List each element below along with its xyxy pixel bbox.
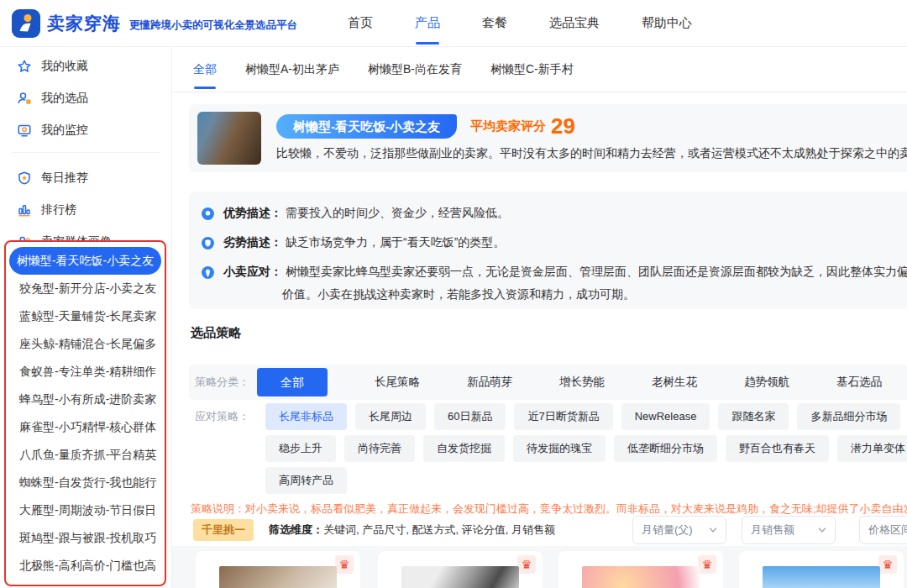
tactic-chip[interactable]: 待发掘的瑰宝 [513, 435, 606, 462]
seller-type-item[interactable]: 大雁型-周期波动-节日假日 [9, 496, 161, 524]
dreamcatcher-product-image [219, 566, 337, 588]
disadvantage-bullet-icon [201, 236, 215, 250]
strategy-category[interactable]: 基石选品 [836, 375, 882, 390]
response-text-line2: 价值。小卖在挑战这种卖家时，若能多投入资源和精力，成功可期。 [282, 287, 635, 302]
seller-type-item[interactable]: 蓝鲸型-天量铺货-长尾卖家 [9, 302, 161, 330]
tab-item[interactable]: 树懒型B-尚在发育 [368, 62, 462, 77]
product-card[interactable]: ♛ [558, 551, 723, 588]
tactic-chip[interactable]: 高周转产品 [265, 467, 347, 494]
seller-type-item[interactable]: 树懒型-看天吃饭-小卖之友 [9, 247, 161, 275]
tactic-chip[interactable]: NewRelease [621, 403, 710, 430]
tactic-chip[interactable]: 多新品细分市场 [797, 403, 900, 430]
user-box-icon [17, 91, 32, 106]
tactic-chip[interactable]: 长尾非标品 [265, 403, 347, 430]
filter-dims-values: 关键词, 产品尺寸, 配送方式, 评论分值, 月销售额 [323, 523, 555, 536]
page: 卖家穿海 更懂跨境小卖的可视化全景选品平台 首页产品套餐选品宝典帮助中心 我的收… [0, 0, 907, 588]
egg-toy-product-image [582, 566, 700, 588]
crown-icon: ♛ [698, 555, 716, 574]
tactic-chip[interactable]: 自发货挖掘 [423, 435, 505, 462]
strategy-note: 策略说明：对小卖来说，标品看似肥美，真正做起来，会发现门槛过高，竞争太过激烈。而… [191, 501, 907, 517]
tactic-chip[interactable]: 60日新品 [434, 403, 506, 430]
strategy-category[interactable]: 全部 [257, 368, 328, 396]
strategy-category[interactable]: 老树生花 [652, 375, 697, 390]
dropdown-monthly-revenue[interactable]: 月销售额 [742, 516, 836, 544]
dropdown-price-range[interactable]: 价格区间 [859, 516, 907, 544]
nav-item-help-center[interactable]: 帮助中心 [640, 10, 694, 36]
sidebar-divider [12, 152, 160, 153]
seller-type-item[interactable]: 麻雀型-小巧精悍-核心群体 [9, 413, 161, 441]
sidebar-item-my-selections[interactable]: 我的选品 [0, 82, 171, 114]
seller-type-item[interactable]: 食蚁兽-专注单类-精耕细作 [9, 358, 161, 386]
seller-type-group-highlight: 树懒型-看天吃饭-小卖之友狡兔型-新开分店-小卖之友蓝鲸型-天量铺货-长尾卖家座… [4, 240, 166, 586]
dropdown-value: 价格区间 [868, 522, 907, 538]
shield-icon [17, 171, 32, 186]
advantage-bullet-icon [201, 207, 215, 221]
one-in-thousand-badge: 千里挑一 [193, 519, 254, 541]
sidebar-top-group: 我的收藏我的选品我的监控 [0, 47, 171, 146]
tactic-chip[interactable]: 低垄断细分市场 [614, 435, 717, 462]
seller-type-item[interactable]: 北极熊-高利高价-门槛也高 [9, 552, 161, 580]
product-results-strip: ♛♛♛♛ [172, 546, 907, 588]
tactic-chip[interactable]: 长尾周边 [355, 403, 426, 430]
app-title: 卖家穿海 [47, 12, 121, 35]
tab-item[interactable]: 树懒型C-新手村 [490, 62, 574, 77]
strategy-category[interactable]: 增长势能 [559, 375, 605, 390]
seller-type-tabs: 全部树懒型A-初出茅庐树懒型B-尚在发育树懒型C-新手村 [172, 47, 907, 92]
strategy-category[interactable]: 趋势领航 [744, 375, 789, 390]
response-bullet-icon [201, 265, 215, 280]
score-label: 平均卖家评分 [470, 118, 546, 134]
bar-chart-icon [17, 202, 32, 218]
seller-type-badge: 树懒型-看天吃饭-小卖之友 [276, 114, 457, 139]
seller-type-item[interactable]: 蜂鸟型-小有所成-进阶卖家 [9, 386, 161, 413]
disadvantage-label: 劣势描述： [223, 235, 282, 250]
advantage-label: 优势描述： [223, 206, 282, 221]
product-card[interactable]: ♛ [196, 551, 360, 588]
seller-traits-card: 优势描述： 需要投入的时间少、资金少，经营风险低。 劣势描述： 缺乏市场竞争力，… [189, 192, 907, 309]
seller-type-item[interactable]: 蜘蛛型-自发货行-我也能行 [9, 469, 161, 496]
top-navbar: 卖家穿海 更懂跨境小卖的可视化全景选品平台 首页产品套餐选品宝典帮助中心 [0, 0, 907, 47]
seller-type-item[interactable]: 狡兔型-新开分店-小卖之友 [9, 275, 161, 302]
chevron-down-icon [709, 526, 717, 534]
crown-icon: ♛ [517, 555, 536, 574]
tactic-chip[interactable]: 野百合也有春天 [726, 435, 829, 462]
seller-profile-card: 树懒型-看天吃饭-小卖之友 平均卖家评分 29 比较懒，不爱动，泛指那些做副业的… [189, 104, 907, 172]
crown-icon: ♛ [878, 555, 897, 574]
foot-file-product-image [401, 566, 519, 588]
sidebar-item-label: 我的监控 [41, 123, 88, 138]
tactic-chip[interactable]: 尚待完善 [344, 435, 415, 462]
sidebar-item-label: 我的收藏 [41, 59, 88, 74]
seller-type-item[interactable]: 座头鲸-精铺混合-长尾偏多 [9, 330, 161, 358]
strategy-category[interactable]: 长尾策略 [375, 375, 420, 390]
nav-item-selection-guide[interactable]: 选品宝典 [548, 10, 601, 36]
filter-row: 千里挑一 筛选维度：关键词, 产品尺寸, 配送方式, 评论分值, 月销售额 [193, 519, 555, 541]
product-card[interactable]: ♛ [739, 551, 904, 588]
tactic-chip[interactable]: 跟随名家 [718, 403, 789, 430]
nav-item-home[interactable]: 首页 [346, 10, 375, 36]
dropdown-monthly-sales-parent[interactable]: 月销量(父) [632, 516, 726, 544]
tactic-chip[interactable]: 稳步上升 [265, 435, 336, 462]
sidebar-item-daily-recommend[interactable]: 每日推荐 [0, 162, 171, 194]
nav-item-plans[interactable]: 套餐 [480, 10, 509, 36]
tactic-chip[interactable]: 近7日断货新品 [514, 403, 612, 430]
sidebar-item-ranking[interactable]: 排行榜 [0, 194, 171, 226]
strategy-section-title: 选品策略 [191, 325, 241, 341]
seller-type-item[interactable]: 八爪鱼-量质齐抓-平台精英 [9, 441, 161, 469]
monitor-icon [17, 123, 32, 138]
crown-icon: ♛ [335, 555, 354, 574]
tactic-row-label: 应对策略： [195, 409, 257, 424]
logo[interactable]: 卖家穿海 更懂跨境小卖的可视化全景选品平台 [0, 9, 297, 38]
product-card[interactable]: ♛ [378, 551, 543, 588]
chevron-down-icon [818, 526, 826, 534]
sidebar-item-my-monitoring[interactable]: 我的监控 [0, 114, 171, 146]
advantage-text: 需要投入的时间少、资金少，经营风险低。 [286, 206, 509, 221]
tab-item[interactable]: 树懒型A-初出茅庐 [245, 62, 339, 77]
tactic-chip[interactable]: 潜力单变体 [837, 435, 907, 462]
tab-item[interactable]: 全部 [193, 62, 217, 77]
seller-type-item[interactable]: 斑鸠型-跟与被跟-投机取巧 [9, 524, 161, 552]
nav-item-products[interactable]: 产品 [413, 10, 442, 36]
main-content: 全部树懒型A-初出茅庐树懒型B-尚在发育树懒型C-新手村 树懒型-看天吃饭-小卖… [172, 47, 907, 588]
sidebar-item-my-favorites[interactable]: 我的收藏 [0, 50, 171, 82]
star-icon [17, 59, 32, 74]
sloth-photo [197, 112, 261, 165]
strategy-category[interactable]: 新品萌芽 [467, 375, 512, 390]
